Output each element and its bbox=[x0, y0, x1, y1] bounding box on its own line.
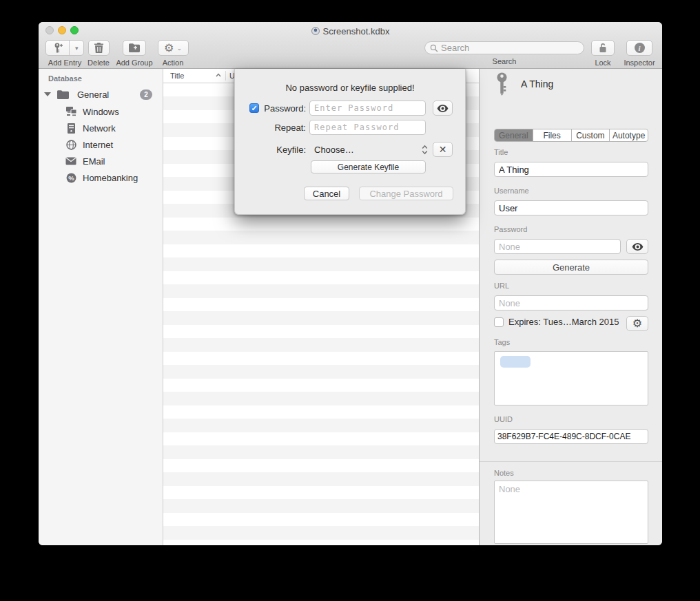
generate-password-button[interactable]: Generate bbox=[494, 260, 648, 275]
expires-settings-button[interactable]: ⚙ bbox=[626, 316, 648, 331]
sidebar-item-label: Internet bbox=[83, 140, 113, 150]
add-group-label: Add Group bbox=[116, 59, 152, 67]
generate-keyfile-label: Generate Keyfile bbox=[338, 162, 399, 172]
sidebar-item-label: General bbox=[77, 89, 109, 100]
username-field[interactable] bbox=[494, 200, 648, 215]
unlocked-padlock-icon bbox=[598, 43, 608, 53]
sidebar-item-general[interactable]: General 2 bbox=[39, 87, 163, 102]
change-password-button[interactable]: Change Password bbox=[359, 187, 453, 200]
reveal-password-button[interactable] bbox=[626, 239, 648, 254]
key-plus-icon bbox=[46, 43, 69, 54]
add-entry-button[interactable]: ▾ bbox=[45, 40, 84, 56]
envelope-icon bbox=[65, 157, 77, 165]
tab-files[interactable]: Files bbox=[533, 129, 572, 141]
tag-pill[interactable] bbox=[500, 356, 531, 368]
folder-icon bbox=[56, 90, 69, 99]
key-icon bbox=[495, 72, 508, 96]
column-divider[interactable] bbox=[225, 71, 226, 81]
macpass-window: Screenshot.kdbx ▾ Add Entry Delete bbox=[39, 22, 662, 545]
entry-count-badge: 2 bbox=[140, 89, 152, 100]
url-field-label: URL bbox=[494, 282, 509, 290]
password-field-label: Password bbox=[494, 225, 527, 233]
search-input[interactable] bbox=[441, 43, 579, 53]
sheet-repeat-label: Repeat: bbox=[249, 123, 306, 133]
sheet-password-label: Password: bbox=[249, 103, 306, 114]
search-field[interactable] bbox=[424, 41, 584, 54]
keyfile-popup[interactable]: Choose… bbox=[309, 142, 428, 157]
chevron-down-icon: ⌄ bbox=[176, 45, 182, 52]
tab-autotype[interactable]: Autotype bbox=[610, 129, 648, 141]
change-password-button-label: Change Password bbox=[369, 189, 442, 199]
gear-icon: ⚙ bbox=[164, 43, 174, 54]
sidebar-item-label: Homebanking bbox=[83, 173, 138, 183]
info-circle-icon: i bbox=[635, 43, 645, 53]
sidebar-section-header: Database bbox=[48, 74, 82, 83]
group-sidebar: Database General 2 Windows Network bbox=[39, 69, 163, 545]
tags-field[interactable] bbox=[494, 351, 648, 405]
delete-button[interactable] bbox=[88, 40, 110, 56]
cancel-button[interactable]: Cancel bbox=[304, 187, 349, 200]
clear-keyfile-button[interactable]: ✕ bbox=[433, 142, 453, 157]
server-icon bbox=[65, 123, 77, 134]
sidebar-item-windows[interactable]: Windows bbox=[39, 104, 163, 119]
generate-keyfile-button[interactable]: Generate Keyfile bbox=[311, 160, 426, 173]
expires-row: Expires: Tues…March 2015 bbox=[494, 317, 619, 327]
delete-label: Delete bbox=[88, 59, 110, 67]
gear-icon: ⚙ bbox=[632, 318, 642, 329]
sheet-reveal-password-button[interactable] bbox=[433, 101, 453, 116]
percent-icon: % bbox=[65, 173, 77, 183]
password-field[interactable] bbox=[494, 239, 621, 254]
stepper-chevrons-icon bbox=[422, 145, 428, 155]
search-label: Search bbox=[493, 57, 517, 65]
add-entry-label: Add Entry bbox=[48, 59, 81, 67]
divider bbox=[480, 461, 662, 462]
title-field[interactable] bbox=[494, 162, 648, 177]
sheet-repeat-input[interactable] bbox=[309, 120, 426, 135]
window-title-area: Screenshot.kdbx bbox=[39, 25, 662, 37]
inspector-button[interactable]: i bbox=[626, 40, 652, 56]
eye-icon bbox=[437, 105, 449, 112]
lock-button[interactable] bbox=[591, 40, 615, 56]
sidebar-item-label: EMail bbox=[83, 156, 105, 167]
action-label: Action bbox=[163, 59, 184, 67]
notes-field[interactable] bbox=[494, 481, 648, 544]
tags-field-label: Tags bbox=[494, 338, 510, 346]
titlebar-toolbar: Screenshot.kdbx ▾ Add Entry Delete bbox=[39, 22, 662, 69]
entry-title: A Thing bbox=[521, 78, 553, 89]
chevron-down-icon[interactable]: ▾ bbox=[70, 45, 83, 52]
window-title: Screenshot.kdbx bbox=[323, 26, 390, 36]
sort-ascending-icon bbox=[216, 73, 221, 78]
search-icon bbox=[430, 44, 438, 52]
sidebar-item-label: Network bbox=[83, 123, 116, 134]
uuid-field[interactable] bbox=[494, 429, 648, 444]
sidebar-item-network[interactable]: Network bbox=[39, 120, 163, 136]
inspector-label: Inspector bbox=[624, 59, 655, 67]
expires-checkbox[interactable] bbox=[494, 317, 504, 327]
folder-plus-icon bbox=[129, 43, 140, 52]
sheet-keyfile-label: Keyfile: bbox=[249, 145, 306, 155]
action-button[interactable]: ⚙ ⌄ bbox=[158, 40, 189, 56]
column-header-title[interactable]: Title bbox=[170, 72, 184, 80]
tab-custom[interactable]: Custom bbox=[572, 129, 610, 141]
keyfile-popup-value: Choose… bbox=[309, 145, 354, 155]
add-group-button[interactable] bbox=[123, 40, 146, 56]
change-password-sheet: No password or keyfile supplied! ✓ Passw… bbox=[234, 69, 466, 215]
globe-icon bbox=[65, 140, 77, 150]
close-x-icon: ✕ bbox=[439, 144, 447, 155]
sheet-password-input[interactable] bbox=[309, 101, 426, 116]
sheet-message: No password or keyfile supplied! bbox=[235, 83, 465, 93]
disclosure-triangle-icon[interactable] bbox=[39, 92, 56, 96]
sidebar-item-internet[interactable]: Internet bbox=[39, 137, 163, 152]
expires-label: Expires: Tues…March 2015 bbox=[508, 317, 619, 327]
sidebar-item-email[interactable]: EMail bbox=[39, 154, 163, 169]
svg-text:%: % bbox=[68, 174, 74, 181]
uuid-field-label: UUID bbox=[494, 415, 513, 423]
sidebar-item-homebanking[interactable]: % Homebanking bbox=[39, 170, 163, 185]
eye-icon bbox=[632, 243, 644, 251]
trash-icon bbox=[94, 43, 103, 53]
sidebar-item-label: Windows bbox=[83, 107, 119, 117]
inspector-tabs: General Files Custom Autotype bbox=[494, 129, 648, 142]
document-proxy-icon bbox=[311, 27, 320, 35]
url-field[interactable] bbox=[494, 295, 648, 310]
tab-general[interactable]: General bbox=[495, 129, 533, 141]
